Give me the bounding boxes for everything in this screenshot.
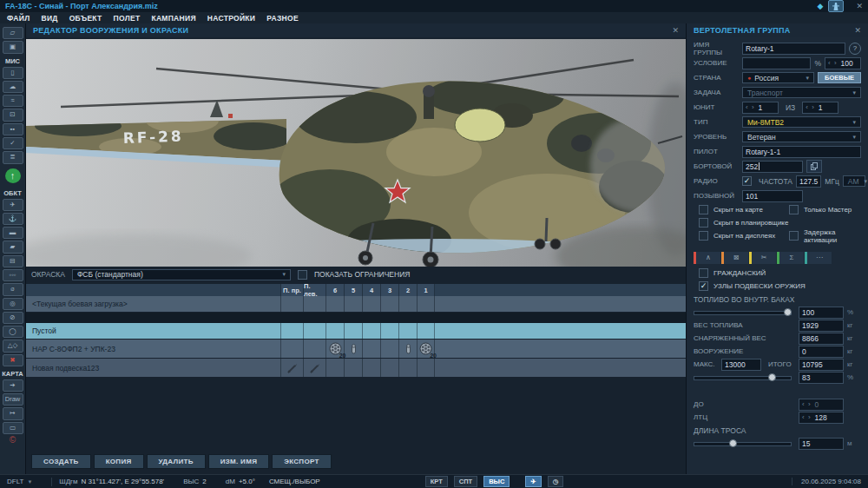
satellite-layer-button[interactable]: СПТ [454,476,477,487]
rope-slider[interactable] [694,439,792,448]
coord-format[interactable]: ШДгм [59,478,77,485]
skill-select[interactable]: Ветеран [742,131,861,142]
menu-view[interactable]: ВИД [41,14,57,23]
modulation-select[interactable]: АМ [843,175,865,187]
model-viewport[interactable]: RF-28 [26,39,686,267]
country-select[interactable]: Россия [742,72,814,83]
paint-value: ФСБ (стандартная) [77,270,143,279]
copy-button[interactable]: КОПИЯ [94,454,144,469]
help-button[interactable]: ? [849,43,861,55]
rect-select-icon[interactable]: ▭ [3,422,23,434]
fuel-percent-input[interactable]: 100 [799,307,844,319]
vehicle-icon[interactable]: ▬ [3,227,23,239]
zone-icon[interactable]: ◎ [3,298,23,310]
spawn-up-icon[interactable]: ↑ [5,168,21,183]
hidden-on-map-checkbox[interactable] [699,205,708,214]
task-select[interactable]: Транспорт [742,87,861,98]
board-number-input[interactable]: 252 [742,161,803,173]
menu-flight[interactable]: ПОЛЕТ [114,14,141,23]
rearm-point-icon[interactable]: ⌀ [3,283,23,295]
distance-icon[interactable]: ↦ [3,407,23,419]
unit-spinner[interactable]: 1 [742,102,779,114]
frequency-input[interactable]: 127.5 [796,175,821,188]
restricted-icon[interactable]: ⊘ [3,312,23,324]
edit-tab[interactable]: ✂ [749,252,776,264]
load-slider[interactable] [694,373,792,382]
pylons-label: УЗЛЫ ПОДВЕСКИ ОРУЖИЯ [713,282,806,290]
menu-campaign[interactable]: КАМПАНИЯ [151,14,195,23]
trigger-zone-icon[interactable]: ⊡ [3,109,23,121]
goals-icon[interactable]: ✓ [3,137,23,149]
editor-close-icon[interactable]: ✕ [672,26,679,35]
pilot-input[interactable]: Rotary-1-1 [742,146,861,158]
type-select[interactable]: Ми-8МТВ2 [742,116,861,128]
oval-template-icon[interactable]: ◯ [3,326,23,338]
create-button[interactable]: СОЗДАТЬ [31,454,91,469]
condition-input[interactable] [742,57,811,69]
more-tab[interactable]: ⋯ [805,252,832,264]
new-file-icon[interactable]: ▱ [3,27,23,39]
master-only-checkbox[interactable] [789,205,799,214]
combat-button[interactable]: БОЕВЫЕ [818,72,861,83]
static-object-icon[interactable]: ⊟ [3,255,23,267]
measure-icon[interactable]: ➔ [3,379,23,392]
save-icon[interactable]: ▣ [3,41,23,53]
pylon-col: 5 [344,284,362,296]
paint-select[interactable]: ФСБ (стандартная) [72,269,291,280]
menu-misc[interactable]: РАЗНОЕ [266,14,299,23]
loadout-row-selected[interactable]: Пустой [26,323,686,339]
app-close-icon[interactable]: ✕ [856,2,863,10]
shapes-icon[interactable]: △◇ [3,340,23,352]
route-icon[interactable]: ≈ [3,95,23,107]
pylon-col: 3 [380,284,398,296]
delete-button[interactable]: УДАЛИТЬ [147,454,206,469]
civilian-checkbox[interactable] [699,268,708,278]
rules-chain-icon[interactable]: ≣ [3,151,23,163]
ship-icon[interactable]: ⚓ [3,213,23,225]
export-button[interactable]: ЭКСПОРТ [272,454,331,469]
hidden-on-mfd-checkbox[interactable] [699,231,708,241]
weather-icon[interactable]: ☁ [3,81,23,93]
hidden-in-planner-checkbox[interactable] [699,218,708,228]
aircraft-visibility-icon[interactable]: ✈ [525,476,541,487]
loadout-row-rockets[interactable]: НАР С-8ОФП2 + УПК-23 20 [26,340,686,358]
chaff-spinner[interactable]: 0 [799,399,844,411]
tank-icon[interactable]: ▰ [3,241,23,253]
elevation-layer-button[interactable]: ВЫС [483,476,510,487]
fuel-slider[interactable] [694,307,792,317]
callsign-input[interactable]: 101 [742,190,803,202]
delete-icon[interactable]: ✖ [3,354,23,366]
route-tab[interactable]: ∧ [694,252,720,264]
bullseye-icon[interactable]: ▪▪ [3,123,23,135]
probability-spinner[interactable]: 100 [825,57,861,69]
radio-checkbox[interactable] [742,176,752,186]
airplane-icon[interactable]: ✈ [3,199,23,211]
hidden-on-map-label: Скрыт на карте [713,206,763,214]
draw-button[interactable]: Draw [3,393,23,406]
flare-spinner[interactable]: 128 [799,412,844,424]
unit-count-spinner[interactable]: 1 [802,102,838,114]
group-icon[interactable]: ◦◦◦ [3,269,23,281]
profile-select[interactable]: DFLT▼ [7,478,32,485]
payload-tab[interactable]: ⊠ [721,252,748,264]
group-name-input[interactable]: Rotary-1 [742,43,845,55]
rope-length-input[interactable]: 15 [799,438,844,450]
group-close-icon[interactable]: ✕ [854,26,861,35]
pylons-checkbox[interactable] [699,281,708,291]
briefing-icon[interactable]: ▯ [3,67,23,79]
load-percent-input[interactable]: 83 [799,372,844,384]
menu-object[interactable]: ОБЪЕКТ [69,14,102,23]
menu-settings[interactable]: НАСТРОЙКИ [207,14,255,23]
summary-tab[interactable]: Σ [777,252,804,264]
late-activation-checkbox[interactable] [789,231,799,241]
copy-icon[interactable] [806,160,822,173]
beacon-icon[interactable] [828,0,844,12]
clock-icon[interactable]: ◷ [548,476,564,487]
loadout-row-current[interactable]: <Текущая боевая загрузка> [26,296,686,312]
rename-button[interactable]: ИЗМ. ИМЯ [208,454,269,469]
loadout-row-custom[interactable]: Новая подвеска123 [26,359,686,377]
group-header: ВЕРТОЛЕТНАЯ ГРУППА ✕ [687,23,868,37]
show-limits-checkbox[interactable] [298,270,307,280]
menu-file[interactable]: ФАЙЛ [7,14,30,23]
map-layer-button[interactable]: КРТ [425,476,448,487]
